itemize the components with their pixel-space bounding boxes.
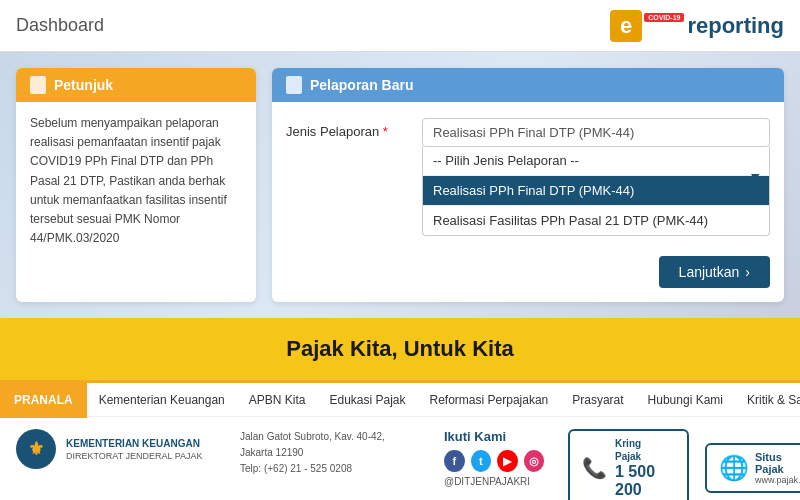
nav-pranala: PRANALA — [0, 382, 87, 418]
kring-info: KringPajak 1 500 200 — [615, 437, 675, 499]
ministry-sub: DIREKTORAT JENDERAL PAJAK — [66, 451, 203, 461]
required-star: * — [383, 124, 388, 139]
ministry-name: KEMENTERIAN KEUANGAN — [66, 437, 203, 451]
nav-item-kemenku[interactable]: Kementerian Keuangan — [87, 382, 237, 418]
phone-icon: 📞 — [582, 456, 607, 480]
document-icon — [30, 76, 46, 94]
nav-item-reformasi[interactable]: Reformasi Perpajakan — [418, 382, 561, 418]
nav-item-kritik[interactable]: Kritik & Saran — [735, 382, 800, 418]
banner-text: Pajak Kita, Untuk Kita — [18, 336, 782, 362]
footer-kring-area: 📞 KringPajak 1 500 200 🌐 SitusPajak www.… — [568, 429, 800, 500]
nav-bar: PRANALA Kementerian Keuangan APBN Kita E… — [0, 380, 800, 416]
dropdown-option-pph-final[interactable]: Realisasi PPh Final DTP (PMK-44) — [423, 176, 769, 206]
yellow-banner: Pajak Kita, Untuk Kita — [0, 318, 800, 380]
situs-info: SitusPajak www.pajak.go.id — [755, 451, 800, 485]
nav-item-edupajak[interactable]: Edukasi Pajak — [317, 382, 417, 418]
nav-item-prasyarat[interactable]: Prasyarat — [560, 382, 635, 418]
covid-badge: COVID-19 — [644, 13, 684, 22]
kring-pajak-box: 📞 KringPajak 1 500 200 — [568, 429, 689, 500]
header: Dashboard e COVID-19 reporting — [0, 0, 800, 52]
pelaporan-doc-icon — [286, 76, 302, 94]
situs-label: SitusPajak — [755, 451, 800, 475]
petunjuk-card: Petunjuk Sebelum menyampaikan pelaporan … — [16, 68, 256, 302]
main-content: Petunjuk Sebelum menyampaikan pelaporan … — [0, 52, 800, 318]
social-icons-row: f t ▶ ◎ — [444, 450, 544, 472]
situs-url: www.pajak.go.id — [755, 475, 800, 485]
jenis-pelaporan-label: Jenis Pelaporan * — [286, 118, 406, 139]
lanjutkan-button[interactable]: Lanjutkan › — [659, 256, 770, 288]
petunjuk-label: Petunjuk — [54, 77, 113, 93]
footer-social: Ikuti Kami f t ▶ ◎ @DITJENPAJAKRI — [444, 429, 544, 487]
jenis-pelaporan-select[interactable]: -- Pilih Jenis Pelaporan -- Realisasi PP… — [422, 118, 770, 147]
footer: ⚜ KEMENTERIAN KEUANGAN DIREKTORAT JENDER… — [0, 416, 800, 500]
page-title: Dashboard — [16, 15, 104, 36]
twitter-icon[interactable]: t — [471, 450, 492, 472]
dropdown-option-placeholder[interactable]: -- Pilih Jenis Pelaporan -- — [423, 146, 769, 176]
arrow-right-icon: › — [745, 264, 750, 280]
pelaporan-card-header: Pelaporan Baru — [272, 68, 784, 102]
social-handle: @DITJENPAJAKRI — [444, 476, 544, 487]
logo-area: e COVID-19 reporting — [610, 10, 784, 42]
pelaporan-header-label: Pelaporan Baru — [310, 77, 413, 93]
situs-pajak-box[interactable]: 🌐 SitusPajak www.pajak.go.id — [705, 443, 800, 493]
petunjuk-card-header: Petunjuk — [16, 68, 256, 102]
footer-address: Jalan Gatot Subroto, Kav. 40-42, Jakarta… — [240, 429, 420, 477]
address-line1: Jalan Gatot Subroto, Kav. 40-42, Jakarta… — [240, 429, 420, 461]
globe-icon: 🌐 — [719, 454, 749, 482]
logo-e-icon: e — [610, 10, 642, 42]
nav-item-hubungi[interactable]: Hubungi Kami — [636, 382, 735, 418]
logo-reporting-text: reporting — [687, 13, 784, 39]
jenis-pelaporan-row: Jenis Pelaporan * -- Pilih Jenis Pelapor… — [286, 118, 770, 236]
social-title: Ikuti Kami — [444, 429, 544, 444]
instagram-icon[interactable]: ◎ — [524, 450, 545, 472]
nav-item-apbn[interactable]: APBN Kita — [237, 382, 318, 418]
ministry-info: KEMENTERIAN KEUANGAN DIREKTORAT JENDERAL… — [66, 437, 203, 461]
dropdown-option-pph-pasal[interactable]: Realisasi Fasilitas PPh Pasal 21 DTP (PM… — [423, 206, 769, 235]
kring-number: 1 500 200 — [615, 463, 675, 499]
select-wrapper: -- Pilih Jenis Pelaporan -- Realisasi PP… — [422, 118, 770, 236]
kring-label: KringPajak — [615, 437, 675, 463]
facebook-icon[interactable]: f — [444, 450, 465, 472]
ministry-logo-icon: ⚜ — [16, 429, 56, 469]
petunjuk-body: Sebelum menyampaikan pelaporan realisasi… — [30, 114, 242, 248]
footer-logo-area: ⚜ KEMENTERIAN KEUANGAN DIREKTORAT JENDER… — [16, 429, 216, 469]
address-line2: Telp: (+62) 21 - 525 0208 — [240, 461, 420, 477]
youtube-icon[interactable]: ▶ — [497, 450, 518, 472]
pelaporan-card: Pelaporan Baru Jenis Pelaporan * -- Pili… — [272, 68, 784, 302]
dropdown-options: -- Pilih Jenis Pelaporan -- Realisasi PP… — [422, 146, 770, 236]
